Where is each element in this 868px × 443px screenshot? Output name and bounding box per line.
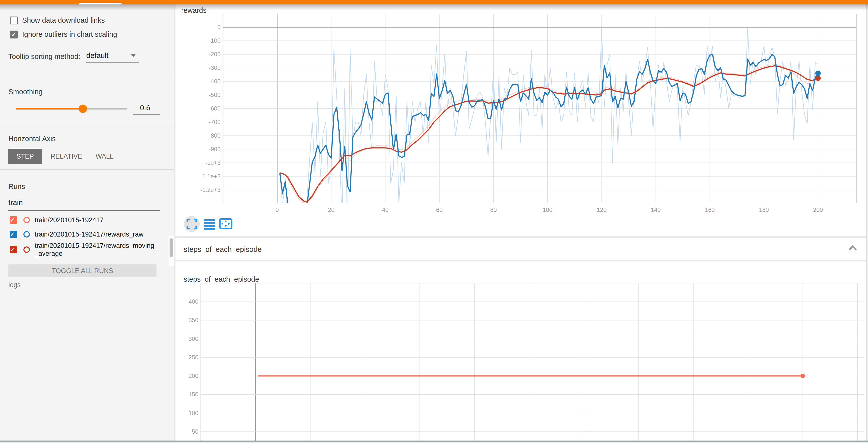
runs-label: Runs: [8, 182, 25, 191]
window-bottom-highlight: [0, 442, 868, 443]
show-download-links-checkbox[interactable]: ✓: [10, 17, 18, 24]
svg-text:350: 350: [189, 317, 198, 323]
svg-text:180: 180: [759, 206, 769, 213]
run-checkbox-3[interactable]: ✓: [10, 246, 17, 253]
ignore-outliers-row[interactable]: ✓ Ignore outliers in chart scaling: [10, 30, 117, 38]
svg-text:250: 250: [189, 354, 198, 361]
run-label-1: train/20201015-192417: [35, 216, 158, 224]
svg-text:-700: -700: [209, 119, 221, 125]
axis-relative-button[interactable]: RELATIVE: [51, 153, 82, 160]
show-download-links-row[interactable]: ✓ Show data download links: [10, 16, 105, 24]
svg-text:100: 100: [543, 206, 553, 213]
tooltip-sorting-row: Tooltip sorting method:: [8, 53, 80, 61]
run-row-2[interactable]: ✓ train/20201015-192417/rewards_raw: [10, 230, 158, 238]
svg-text:100: 100: [189, 410, 198, 416]
settings-sidebar: ✓ Show data download links ✓ Ignore outl…: [0, 4, 174, 441]
sidebar-scrollbar-thumb[interactable]: [169, 238, 173, 257]
svg-text:-300: -300: [209, 64, 221, 71]
active-tab-indicator: [79, 3, 122, 4]
rewards-card: rewards 0204060801001201401601802000-100…: [176, 4, 866, 236]
svg-text:60: 60: [436, 206, 443, 213]
axis-wall-button[interactable]: WALL: [96, 153, 114, 160]
show-download-links-label: Show data download links: [22, 16, 105, 24]
axis-relative-label: RELATIVE: [51, 153, 82, 160]
app-header-bar: [0, 0, 868, 4]
svg-text:200: 200: [813, 206, 823, 213]
toggle-all-runs-label: TOGGLE ALL RUNS: [52, 267, 113, 275]
axis-wall-label: WALL: [96, 153, 114, 160]
main-scrollbar-track[interactable]: [867, 4, 868, 441]
run-radio-1[interactable]: [23, 217, 30, 223]
run-row-1[interactable]: ✓ train/20201015-192417: [10, 216, 158, 224]
fit-domain-icon[interactable]: [219, 217, 232, 230]
svg-text:-400: -400: [209, 78, 221, 85]
axis-step-button[interactable]: STEP: [8, 149, 42, 164]
svg-text:20: 20: [328, 206, 335, 213]
svg-text:80: 80: [490, 206, 497, 213]
run-label-2: train/20201015-192417/rewards_raw: [35, 230, 158, 238]
fullscreen-icon[interactable]: [185, 217, 198, 230]
horizontal-axis-label: Horizontal Axis: [8, 135, 56, 143]
run-label-3: train/20201015-192417/rewards_moving_ave…: [35, 242, 154, 258]
svg-text:-200: -200: [209, 51, 221, 57]
axis-step-label: STEP: [17, 153, 34, 160]
steps-chart[interactable]: 40035030025020015010050: [176, 262, 866, 441]
svg-text:-1.1e+3: -1.1e+3: [200, 173, 221, 180]
run-checkbox-1[interactable]: ✓: [10, 216, 17, 224]
check-icon: ✓: [10, 31, 17, 38]
rewards-chart[interactable]: 0204060801001201401601802000-100-200-300…: [176, 4, 866, 236]
svg-text:300: 300: [189, 335, 198, 342]
dropdown-underline: [86, 62, 139, 63]
logs-label: logs: [8, 281, 21, 289]
run-row-3[interactable]: ✓ train/20201015-192417/rewards_moving_a…: [10, 242, 154, 258]
check-icon: ✓: [10, 216, 15, 223]
svg-text:120: 120: [597, 206, 607, 213]
run-radio-2[interactable]: [23, 231, 30, 238]
svg-text:200: 200: [189, 373, 198, 379]
check-icon: ✓: [10, 231, 15, 238]
svg-text:0: 0: [276, 206, 279, 213]
chevron-down-icon: [131, 54, 136, 57]
smoothing-underline: [133, 114, 160, 115]
tooltip-sorting-dropdown[interactable]: default: [86, 51, 139, 60]
svg-text:140: 140: [651, 206, 661, 213]
tooltip-sorting-label: Tooltip sorting method:: [8, 53, 80, 61]
svg-text:-1.2e+3: -1.2e+3: [200, 186, 221, 193]
ignore-outliers-checkbox[interactable]: ✓: [10, 31, 18, 38]
svg-text:40: 40: [382, 206, 389, 213]
svg-text:-600: -600: [209, 105, 221, 112]
check-icon: ✓: [10, 246, 15, 253]
runs-filter-value: train: [8, 198, 23, 206]
smoothing-slider-thumb[interactable]: [79, 105, 87, 113]
svg-text:160: 160: [705, 206, 715, 213]
divider: [0, 169, 174, 170]
runs-filter-underline: [8, 210, 160, 211]
svg-text:150: 150: [189, 391, 198, 397]
divider: [0, 77, 174, 77]
svg-text:400: 400: [189, 298, 198, 305]
steps-card: steps_of_each_episode 400350300250200150…: [176, 262, 866, 441]
svg-text:-500: -500: [209, 91, 221, 98]
smoothing-value: 0.6: [133, 104, 150, 112]
runs-filter-input[interactable]: train: [8, 198, 160, 207]
data-table-icon[interactable]: [203, 217, 216, 230]
smoothing-label: Smoothing: [8, 88, 43, 96]
smoothing-value-field[interactable]: 0.6: [133, 104, 160, 112]
run-radio-3[interactable]: [23, 246, 30, 253]
run-checkbox-2[interactable]: ✓: [10, 231, 17, 238]
svg-text:-1e+3: -1e+3: [205, 159, 221, 166]
svg-text:-100: -100: [209, 37, 221, 44]
ignore-outliers-label: Ignore outliers in chart scaling: [22, 30, 117, 38]
toggle-all-runs-button[interactable]: TOGGLE ALL RUNS: [8, 264, 156, 277]
svg-text:50: 50: [192, 428, 198, 435]
steps-section-header[interactable]: steps_of_each_episode: [176, 238, 866, 260]
svg-text:0: 0: [217, 24, 221, 30]
divider: [0, 122, 174, 122]
tooltip-sorting-value: default: [86, 51, 108, 59]
steps-section-title: steps_of_each_episode: [184, 245, 262, 254]
chevron-up-icon[interactable]: [848, 245, 858, 251]
svg-text:-800: -800: [209, 132, 221, 139]
smoothing-slider-fill: [16, 108, 82, 110]
svg-text:-900: -900: [209, 146, 221, 152]
